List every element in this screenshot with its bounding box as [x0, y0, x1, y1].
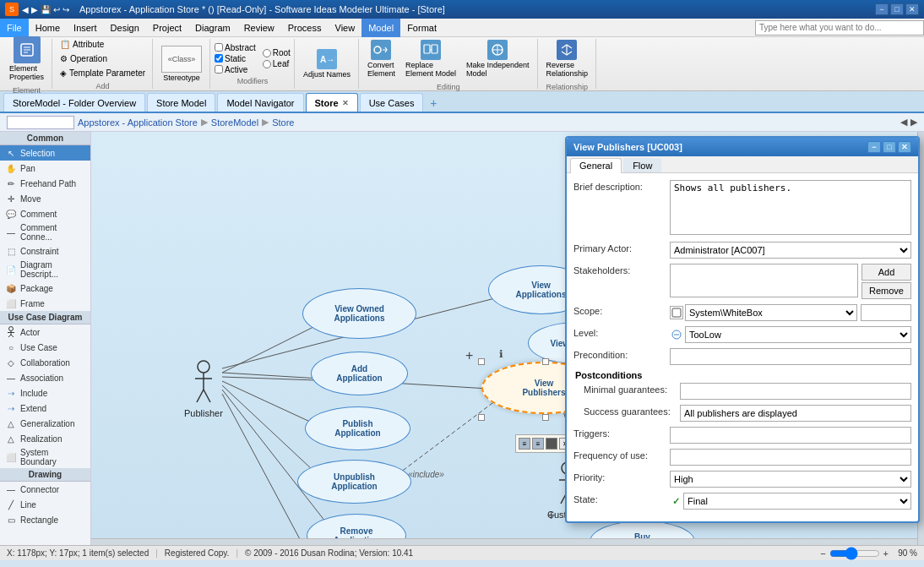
menu-model[interactable]: Model: [361, 19, 400, 37]
convert-element-button[interactable]: ConvertElement: [363, 37, 399, 80]
frequency-input[interactable]: [670, 449, 911, 466]
dialog-maximize-button[interactable]: □: [883, 141, 896, 153]
menu-project[interactable]: Project: [146, 19, 188, 37]
stereotype-button[interactable]: «Class» Stereotype: [157, 43, 206, 85]
sidebar-item-line[interactable]: ╱ Line: [0, 497, 90, 512]
precondition-input[interactable]: [670, 348, 911, 365]
abstract-checkbox-label[interactable]: Abstract: [215, 43, 256, 52]
breadcrumb-item-appstorex[interactable]: Appstorex - Application Store: [78, 117, 198, 128]
breadcrumb-item-store[interactable]: Store: [272, 117, 294, 128]
dialog-minimize-button[interactable]: −: [867, 141, 881, 153]
usecase-publish-application[interactable]: PublishApplication: [305, 406, 410, 450]
canvas-area[interactable]: Publisher Customer View OwnedApplication…: [91, 132, 924, 545]
static-checkbox[interactable]: [215, 54, 223, 63]
mini-palette-item-2[interactable]: ≡: [532, 438, 544, 450]
title-bar-controls[interactable]: − □ ✕: [875, 3, 919, 15]
tab-store[interactable]: Store ✕: [306, 93, 358, 112]
stakeholders-add-button[interactable]: Add: [861, 264, 911, 281]
stakeholders-list[interactable]: [670, 264, 858, 297]
resize-handle-bc[interactable]: [542, 414, 549, 421]
sidebar-item-rectangle[interactable]: ▭ Rectangle: [0, 512, 90, 527]
menu-process[interactable]: Process: [281, 19, 329, 37]
triggers-input[interactable]: [670, 427, 911, 444]
stakeholders-remove-button[interactable]: Remove: [861, 282, 911, 299]
dialog-tab-flow[interactable]: Flow: [623, 158, 661, 172]
dialog-title-controls[interactable]: − □ ✕: [867, 141, 911, 153]
sidebar-item-pan[interactable]: ✋ Pan: [0, 161, 90, 176]
abstract-checkbox[interactable]: [215, 43, 223, 52]
dialog-tab-general[interactable]: General: [570, 158, 622, 173]
leaf-radio[interactable]: [263, 60, 271, 68]
usecase-unpublish[interactable]: UnpublishApplication: [297, 460, 411, 504]
tab-use-cases[interactable]: Use Cases: [360, 93, 424, 112]
scope-select[interactable]: System\WhiteBox: [685, 304, 857, 321]
zoom-slider[interactable]: [829, 550, 880, 557]
canvas-scrollbar-horizontal[interactable]: [91, 538, 917, 545]
breadcrumb-nav-right[interactable]: ▶: [910, 117, 917, 128]
close-button[interactable]: ✕: [905, 3, 919, 15]
sidebar-item-diagram-desc[interactable]: 📄 Diagram Descript...: [0, 259, 90, 281]
resize-handle-bl[interactable]: [478, 414, 485, 421]
sidebar-item-realization[interactable]: △ Realization: [0, 431, 90, 446]
dialog-close-button[interactable]: ✕: [898, 141, 911, 153]
sidebar-item-freehand[interactable]: ✏ Freehand Path: [0, 176, 90, 191]
breadcrumb-search[interactable]: [7, 116, 74, 129]
breadcrumb-item-storemodel[interactable]: StoreModel: [211, 117, 258, 128]
sidebar-item-system-boundary[interactable]: ⬜ System Boundary: [0, 446, 90, 468]
zoom-in-button[interactable]: +: [883, 548, 889, 559]
breadcrumb-nav-left[interactable]: ◀: [900, 117, 907, 128]
active-checkbox-label[interactable]: Active: [215, 65, 256, 74]
sidebar-item-usecase[interactable]: ○ Use Case: [0, 340, 90, 355]
canvas-info-icon[interactable]: ℹ: [499, 348, 503, 360]
tab-folder-overview[interactable]: StoreModel - Folder Overview: [3, 93, 145, 112]
minimize-button[interactable]: −: [875, 3, 889, 15]
sidebar-item-constraint[interactable]: ⬚ Constraint: [0, 243, 90, 259]
maximize-button[interactable]: □: [890, 3, 904, 15]
sidebar-item-actor[interactable]: Actor: [0, 324, 90, 340]
menu-insert[interactable]: Insert: [67, 19, 104, 37]
element-properties-button[interactable]: ElementProperties: [5, 34, 48, 84]
mini-palette-item-3[interactable]: [546, 438, 557, 450]
resize-handle-tc[interactable]: [542, 358, 549, 365]
canvas-add-icon-1[interactable]: +: [465, 348, 473, 363]
template-parameter-button[interactable]: ◈ Template Parameter: [57, 67, 149, 79]
operation-button[interactable]: ⚙ Operation: [57, 52, 111, 65]
scope-extra-input[interactable]: [861, 304, 911, 321]
minimal-guarantees-input[interactable]: [680, 383, 911, 400]
replace-element-model-button[interactable]: ReplaceElement Model: [401, 37, 460, 80]
priority-select[interactable]: High: [670, 471, 911, 488]
adjust-names-button[interactable]: A→B Adjust Names: [299, 46, 355, 81]
menu-view[interactable]: View: [329, 19, 362, 37]
sidebar-item-comment[interactable]: 💬 Comment: [0, 206, 90, 221]
menu-diagram[interactable]: Diagram: [188, 19, 237, 37]
mini-palette-item-1[interactable]: ≡: [519, 438, 530, 450]
sidebar-item-association[interactable]: — Association: [0, 370, 90, 385]
usecase-view-owned[interactable]: View OwnedApplications: [302, 288, 416, 339]
search-input[interactable]: [755, 20, 924, 35]
static-checkbox-label[interactable]: Static: [215, 54, 256, 63]
reverse-relationship-button[interactable]: ReverseRelationship: [542, 37, 593, 80]
primary-actor-select[interactable]: Administrator [AC007]: [670, 242, 911, 259]
menu-format[interactable]: Format: [400, 19, 443, 37]
root-radio[interactable]: [263, 49, 271, 57]
success-guarantees-input[interactable]: [680, 405, 911, 422]
root-radio-label[interactable]: Root: [263, 48, 291, 57]
menu-review[interactable]: Review: [237, 19, 281, 37]
resize-handle-tl[interactable]: [478, 358, 485, 365]
canvas-add-icon-2[interactable]: +: [547, 508, 555, 523]
sidebar-item-collaboration[interactable]: ◇ Collaboration: [0, 355, 90, 370]
sidebar-item-move[interactable]: ✛ Move: [0, 191, 90, 206]
active-checkbox[interactable]: [215, 65, 223, 74]
usecase-add-application[interactable]: AddApplication: [311, 352, 408, 395]
level-select[interactable]: TooLow: [685, 326, 911, 343]
tab-add-button[interactable]: +: [425, 95, 442, 112]
sidebar-item-connector[interactable]: — Connector: [0, 482, 90, 497]
tab-store-close[interactable]: ✕: [342, 99, 349, 107]
sidebar-item-comment-conn[interactable]: — Comment Conne...: [0, 221, 90, 243]
tab-store-model[interactable]: Store Model: [147, 93, 215, 112]
sidebar-item-selection[interactable]: ↖ Selection: [0, 145, 90, 161]
sidebar-item-extend[interactable]: ⇢ Extend: [0, 401, 90, 416]
tab-model-navigator[interactable]: Model Navigator: [217, 93, 303, 112]
sidebar-item-package[interactable]: 📦 Package: [0, 281, 90, 296]
sidebar-item-include[interactable]: ⇢ Include: [0, 385, 90, 401]
